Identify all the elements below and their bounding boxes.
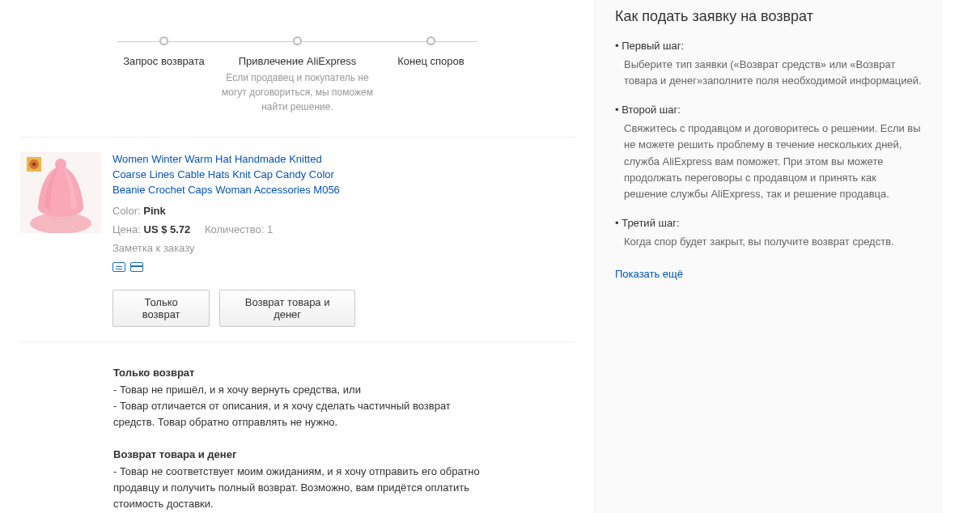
help-step-1: Первый шаг: Выберите тип заявки («Возвра…	[615, 40, 923, 89]
explain-line: - Товар не соответствует моим ожиданиям,…	[113, 464, 486, 512]
explain-refund-only-title: Только возврат	[113, 367, 486, 379]
step-dot-icon	[159, 36, 168, 45]
qty-value: 1	[267, 223, 273, 235]
price-value: US $ 5.72	[144, 223, 191, 235]
color-label: Color:	[112, 205, 141, 217]
progress-stepper: Запрос возврата Привлечение AliExpress Е…	[20, 16, 575, 122]
step-dot-icon	[426, 36, 435, 45]
return-and-refund-button[interactable]: Возврат товара и денег	[219, 290, 355, 327]
sidebar-title: Как подать заявку на возврат	[615, 8, 923, 25]
color-value: Pink	[143, 205, 165, 217]
help-step-2: Второй шаг: Свяжитесь с продавцом и дого…	[615, 104, 923, 202]
guarantee-icon[interactable]	[112, 262, 125, 272]
step-label: Конец споров	[348, 55, 514, 67]
product-color: Color: Pink	[112, 205, 355, 217]
help-step-3: Третий шаг: Когда спор будет закрыт, вы …	[615, 217, 923, 250]
svg-point-5	[32, 163, 36, 166]
refund-only-button[interactable]: Только возврат	[112, 290, 210, 327]
badge-icons	[112, 262, 355, 272]
qty-label: Количество:	[205, 223, 264, 235]
price-label: Цена:	[112, 223, 141, 235]
help-step-head: Третий шаг:	[615, 217, 923, 229]
help-step-head: Первый шаг:	[615, 40, 923, 52]
product-price-line: Цена: US $ 5.72 Количество: 1	[112, 223, 355, 235]
explain-line: - Товар не пришёл, и я хочу вернуть сред…	[113, 382, 486, 398]
help-step-body: Свяжитесь с продавцом и договоритесь о р…	[615, 121, 923, 202]
explanation-section: Только возврат - Товар не пришёл, и я хо…	[20, 367, 575, 513]
product-name-link[interactable]: Women Winter Warm Hat Handmade Knitted C…	[112, 152, 355, 198]
help-step-head: Второй шаг:	[615, 104, 923, 116]
svg-point-2	[55, 159, 66, 170]
divider	[20, 137, 575, 138]
order-note: Заметка к заказу	[112, 242, 355, 254]
help-sidebar: Как подать заявку на возврат Первый шаг:…	[595, 0, 943, 513]
help-step-body: Когда спор будет закрыт, вы получите воз…	[615, 234, 923, 250]
help-step-body: Выберите тип заявки («Возврат средств» и…	[615, 57, 923, 89]
step-dot-icon	[293, 36, 302, 45]
explain-return-refund-title: Возврат товара и денег	[113, 448, 486, 460]
show-more-link[interactable]: Показать ещё	[615, 268, 683, 280]
step-3: Конец споров	[348, 36, 514, 114]
explain-line: - Товар отличается от описания, и я хочу…	[113, 398, 486, 430]
product-row: Women Winter Warm Hat Handmade Knitted C…	[20, 152, 575, 327]
product-thumbnail[interactable]	[20, 152, 101, 233]
divider	[20, 341, 575, 342]
payment-icon[interactable]	[130, 262, 143, 272]
